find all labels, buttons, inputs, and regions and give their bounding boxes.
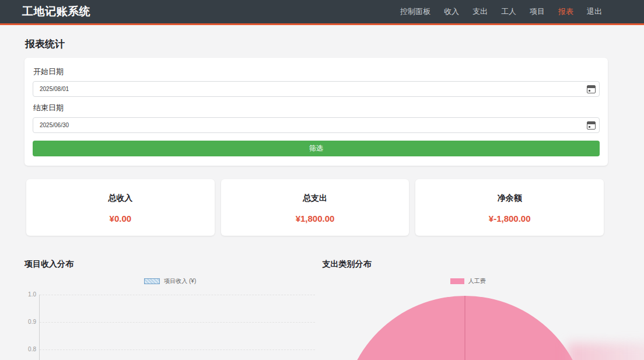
project-income-chart: 项目收入分布 项目收入 (¥) 1.0 0.9 0.8 (24, 259, 316, 360)
nav-item-workers[interactable]: 工人 (501, 6, 516, 17)
y-tick-label: 0.8 (24, 346, 36, 352)
pie-slice-divider (464, 296, 466, 360)
app-header: 工地记账系统 控制面板 收入 支出 工人 项目 报表 退出 (0, 0, 644, 25)
total-income-card: 总收入 ¥0.00 (26, 179, 215, 236)
bar-chart-plot-area: 1.0 0.9 0.8 (24, 287, 316, 360)
total-expense-card: 总支出 ¥1,800.00 (221, 179, 410, 236)
pie-chart-plot-area (323, 288, 614, 360)
main-nav: 控制面板 收入 支出 工人 项目 报表 退出 (400, 6, 602, 17)
start-date-label: 开始日期 (33, 67, 600, 77)
nav-item-dashboard[interactable]: 控制面板 (400, 6, 430, 17)
calendar-icon[interactable] (587, 121, 596, 130)
y-tick-label: 0.9 (24, 319, 36, 325)
expense-category-chart: 支出类别分布 人工费 (323, 259, 614, 360)
net-balance-card: 净余额 ¥-1,800.00 (415, 179, 604, 236)
total-income-title: 总收入 (26, 193, 215, 204)
pie-legend-swatch-icon (450, 278, 464, 284)
gridline (40, 349, 315, 350)
y-tick-label: 1.0 (24, 291, 36, 298)
pie-legend-label: 人工费 (468, 277, 486, 285)
net-balance-value: ¥-1,800.00 (415, 214, 604, 223)
start-date-field[interactable] (33, 81, 600, 97)
nav-item-expense[interactable]: 支出 (473, 6, 488, 17)
end-date-input[interactable] (40, 122, 587, 128)
gridline (40, 322, 315, 323)
bar-legend-swatch-icon (144, 278, 160, 284)
date-filter-card: 开始日期 结束日期 筛选 (24, 58, 608, 166)
end-date-field[interactable] (33, 117, 600, 133)
charts-row: 项目收入分布 项目收入 (¥) 1.0 0.9 0.8 支出类别分布 人工费 (24, 259, 614, 360)
app-title: 工地记账系统 (22, 4, 90, 19)
bar-chart-y-axis (39, 295, 40, 360)
legend-item-project-income[interactable]: 项目收入 (¥) (144, 277, 196, 285)
nav-item-logout[interactable]: 退出 (587, 6, 602, 17)
legend-item-labor-cost[interactable]: 人工费 (450, 277, 486, 285)
start-date-input[interactable] (40, 86, 587, 92)
pie-chart-legend: 人工费 (323, 278, 614, 285)
bar-legend-label: 项目收入 (¥) (164, 277, 196, 285)
summary-row: 总收入 ¥0.00 总支出 ¥1,800.00 净余额 ¥-1,800.00 (26, 179, 604, 236)
calendar-icon[interactable] (587, 85, 596, 93)
total-income-value: ¥0.00 (26, 214, 215, 223)
expense-category-chart-title: 支出类别分布 (323, 259, 614, 270)
bar-chart-legend: 项目收入 (¥) (24, 278, 316, 285)
pie-highlight-glow (568, 343, 644, 360)
nav-item-projects[interactable]: 项目 (530, 6, 545, 17)
net-balance-title: 净余额 (415, 193, 604, 204)
page-title: 报表统计 (25, 37, 644, 51)
project-income-chart-title: 项目收入分布 (24, 259, 316, 270)
end-date-label: 结束日期 (33, 103, 600, 113)
nav-item-income[interactable]: 收入 (444, 6, 459, 17)
filter-submit-button[interactable]: 筛选 (33, 141, 600, 156)
total-expense-title: 总支出 (221, 193, 410, 204)
total-expense-value: ¥1,800.00 (221, 214, 410, 223)
gridline (40, 295, 315, 295)
nav-item-reports[interactable]: 报表 (558, 6, 573, 17)
